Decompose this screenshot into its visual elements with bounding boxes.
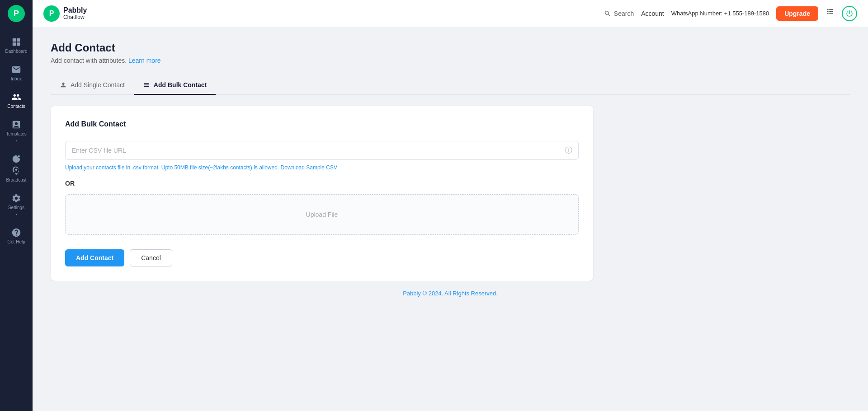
sidebar-item-dashboard[interactable]: Dashboard <box>0 32 33 59</box>
broadcast-icon <box>11 154 21 164</box>
topbar-whatsapp: WhatsApp Number: +1 555-189-1580 <box>671 10 769 17</box>
sidebar-item-inbox[interactable]: Inbox <box>0 59 33 87</box>
power-icon[interactable] <box>842 6 857 21</box>
csv-url-wrapper: ⓘ <box>65 141 579 160</box>
sidebar-item-label: Contacts <box>7 104 25 109</box>
upload-area[interactable]: Upload File <box>65 194 579 235</box>
sidebar-item-label: Get Help <box>7 239 25 244</box>
footer: Pabbly © 2024. All Rights Reserved. <box>51 281 850 306</box>
page-content: Add Contact Add contact with attributes.… <box>33 27 868 411</box>
topbar-account[interactable]: Account <box>641 10 664 17</box>
topbar: P Pabbly Chatflow Search Account WhatsAp… <box>33 0 868 27</box>
svg-rect-3 <box>17 42 20 46</box>
info-icon: ⓘ <box>565 146 572 155</box>
broadcast-svg <box>11 166 21 176</box>
action-buttons: Add Contact Cancel <box>65 249 579 266</box>
sidebar-item-settings[interactable]: Settings › <box>0 188 33 222</box>
sidebar-item-templates[interactable]: Templates › <box>0 114 33 149</box>
svg-rect-0 <box>13 38 16 42</box>
sidebar-item-label: Dashboard <box>5 49 28 54</box>
learn-more-link[interactable]: Learn more <box>128 57 161 64</box>
sidebar-nav: Dashboard Inbox Contacts Templates › <box>0 32 33 250</box>
sidebar-logo-icon: P <box>8 5 25 22</box>
search-icon <box>604 10 611 17</box>
topbar-logo-text: Pabbly Chatflow <box>63 6 87 20</box>
single-contact-icon <box>60 81 67 89</box>
sidebar-item-broadcast[interactable]: Broadcast <box>0 149 33 188</box>
sidebar: P Dashboard Inbox Contacts <box>0 0 33 411</box>
inbox-icon <box>11 65 21 75</box>
bulk-contact-icon <box>143 81 150 89</box>
csv-hint: Upload your contacts file in .csv format… <box>65 164 579 171</box>
cancel-button[interactable]: Cancel <box>130 249 172 266</box>
svg-rect-1 <box>17 38 20 42</box>
topbar-right: Search Account WhatsApp Number: +1 555-1… <box>604 6 857 21</box>
page-subtitle: Add contact with attributes. Learn more <box>51 57 850 64</box>
help-icon <box>11 228 21 238</box>
download-csv-link[interactable]: Download Sample CSV <box>281 164 337 171</box>
or-divider: OR <box>65 180 579 187</box>
tabs: Add Single Contact Add Bulk Contact <box>51 77 850 95</box>
sidebar-item-label: Templates <box>6 131 27 136</box>
templates-icon <box>11 120 21 130</box>
add-bulk-contact-card: Add Bulk Contact ⓘ Upload your contacts … <box>51 106 593 281</box>
contacts-icon <box>11 92 21 102</box>
tab-single[interactable]: Add Single Contact <box>51 77 134 95</box>
upload-area-label: Upload File <box>306 211 338 218</box>
sidebar-item-label: Inbox <box>11 76 22 81</box>
settings-arrow: › <box>15 212 17 217</box>
grid-icon[interactable] <box>826 8 835 19</box>
card-title: Add Bulk Contact <box>65 120 579 128</box>
add-contact-button[interactable]: Add Contact <box>65 249 124 266</box>
svg-rect-2 <box>13 42 16 46</box>
sidebar-item-contacts[interactable]: Contacts <box>0 87 33 114</box>
page-title: Add Contact <box>51 42 850 54</box>
sidebar-item-label: Broadcast <box>6 177 26 182</box>
tab-bulk[interactable]: Add Bulk Contact <box>134 77 216 95</box>
topbar-logo: P Pabbly Chatflow <box>43 5 87 22</box>
sidebar-item-label: Settings <box>8 205 24 210</box>
csv-url-input[interactable] <box>65 141 579 160</box>
templates-arrow: › <box>15 138 17 143</box>
main-container: P Pabbly Chatflow Search Account WhatsAp… <box>33 0 868 411</box>
topbar-search[interactable]: Search <box>604 10 634 17</box>
sidebar-item-get-help[interactable]: Get Help <box>0 222 33 250</box>
upgrade-button[interactable]: Upgrade <box>776 6 818 21</box>
dashboard-icon <box>11 37 21 47</box>
sidebar-logo: P <box>0 0 33 27</box>
topbar-logo-icon: P <box>43 5 60 22</box>
settings-icon <box>11 193 21 203</box>
